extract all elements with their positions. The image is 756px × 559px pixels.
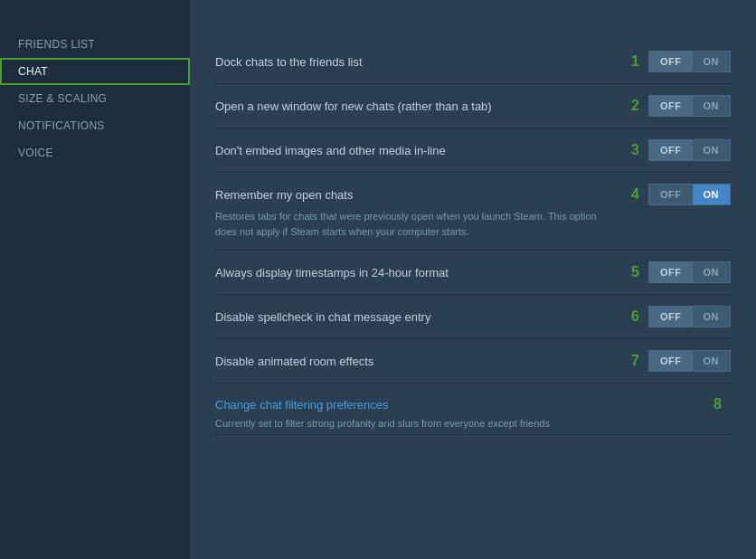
toggle-off-remember-chats[interactable]: OFF — [649, 185, 693, 204]
toggle-group-room-effects: 7 OFF ON — [625, 350, 731, 372]
sidebar-title — [0, 18, 190, 31]
sidebar-item-voice[interactable]: VOICE — [0, 139, 190, 166]
setting-row-remember-chats: Remember my open chats 4 OFF ON Restores… — [215, 173, 731, 251]
step-number-filter: 8 — [707, 396, 722, 412]
toggle-no-embed: OFF ON — [648, 139, 731, 161]
row-top-remember-chats: Remember my open chats 4 OFF ON — [215, 184, 731, 205]
toggle-room-effects: OFF ON — [648, 350, 731, 372]
step-number-dock-chats: 1 — [625, 53, 639, 70]
toggle-off-no-embed[interactable]: OFF — [649, 140, 693, 160]
toggle-on-spellcheck[interactable]: ON — [693, 307, 731, 327]
settings-list: Dock chats to the friends list 1 OFF ON … — [215, 40, 731, 435]
toggle-group-new-window: 2 OFF ON — [625, 95, 731, 117]
settings-window: FRIENDS LISTCHATSIZE & SCALINGNOTIFICATI… — [0, 0, 756, 559]
sidebar-item-size-scaling[interactable]: SIZE & SCALING — [0, 85, 190, 112]
filter-link[interactable]: Change chat filtering preferences — [215, 398, 389, 412]
setting-label-new-window: Open a new window for new chats (rather … — [215, 99, 614, 113]
toggle-off-dock-chats[interactable]: OFF — [649, 52, 693, 71]
setting-label-spellcheck: Disable spellcheck in chat message entry — [215, 310, 614, 324]
toggle-on-remember-chats[interactable]: ON — [693, 185, 731, 204]
step-number-remember-chats: 4 — [625, 186, 639, 203]
step-number-spellcheck: 6 — [625, 308, 639, 325]
setting-row-spellcheck: Disable spellcheck in chat message entry… — [215, 295, 731, 339]
close-button[interactable] — [734, 0, 756, 16]
sidebar-item-chat[interactable]: CHAT — [0, 58, 190, 85]
toggle-on-dock-chats[interactable]: ON — [693, 52, 731, 71]
toggle-group-dock-chats: 1 OFF ON — [625, 51, 731, 72]
content-area: Dock chats to the friends list 1 OFF ON … — [190, 0, 756, 559]
step-number-room-effects: 7 — [625, 353, 639, 369]
toggle-group-remember-chats: 4 OFF ON — [625, 184, 731, 205]
toggle-on-room-effects[interactable]: ON — [693, 351, 731, 371]
setting-row-new-window: Open a new window for new chats (rather … — [215, 84, 731, 128]
toggle-group-spellcheck: 6 OFF ON — [625, 306, 731, 327]
setting-label-dock-chats: Dock chats to the friends list — [215, 55, 614, 69]
setting-label-timestamps: Always display timestamps in 24-hour for… — [215, 266, 614, 280]
filter-desc: Currently set to filter strong profanity… — [215, 417, 731, 431]
setting-row-no-embed: Don't embed images and other media in-li… — [215, 128, 731, 173]
step-number-new-window: 2 — [625, 98, 639, 114]
toggle-group-no-embed: 3 OFF ON — [625, 139, 731, 161]
toggle-new-window: OFF ON — [648, 95, 731, 117]
setting-label-room-effects: Disable animated room effects — [215, 355, 614, 368]
setting-row-dock-chats: Dock chats to the friends list 1 OFF ON — [215, 40, 731, 84]
toggle-timestamps: OFF ON — [648, 261, 731, 283]
main-layout: FRIENDS LISTCHATSIZE & SCALINGNOTIFICATI… — [0, 0, 756, 559]
toggle-off-room-effects[interactable]: OFF — [649, 351, 693, 371]
toggle-on-new-window[interactable]: ON — [693, 96, 731, 116]
toggle-on-timestamps[interactable]: ON — [693, 262, 731, 282]
step-number-no-embed: 3 — [625, 142, 639, 158]
toggle-off-spellcheck[interactable]: OFF — [649, 307, 693, 327]
toggle-off-new-window[interactable]: OFF — [649, 96, 693, 116]
sidebar-item-friends-list[interactable]: FRIENDS LIST — [0, 31, 190, 58]
setting-label-remember-chats: Remember my open chats — [215, 188, 614, 202]
setting-row-room-effects: Disable animated room effects 7 OFF ON — [215, 339, 731, 384]
toggle-spellcheck: OFF ON — [648, 306, 731, 327]
setting-desc-remember-chats: Restores tabs for chats that were previo… — [215, 209, 613, 239]
setting-row-timestamps: Always display timestamps in 24-hour for… — [215, 251, 731, 295]
toggle-remember-chats: OFF ON — [648, 184, 731, 205]
toggle-group-timestamps: 5 OFF ON — [625, 261, 731, 283]
sidebar: FRIENDS LISTCHATSIZE & SCALINGNOTIFICATI… — [0, 0, 190, 559]
filter-link-inner: Change chat filtering preferences 8 — [215, 396, 731, 412]
toggle-dock-chats: OFF ON — [648, 51, 731, 72]
step-number-timestamps: 5 — [625, 264, 639, 280]
filter-link-row: Change chat filtering preferences 8 Curr… — [215, 384, 731, 435]
toggle-off-timestamps[interactable]: OFF — [649, 262, 693, 282]
setting-label-no-embed: Don't embed images and other media in-li… — [215, 144, 614, 157]
sidebar-item-notifications[interactable]: NOTIFICATIONS — [0, 112, 190, 139]
toggle-on-no-embed[interactable]: ON — [693, 140, 731, 160]
